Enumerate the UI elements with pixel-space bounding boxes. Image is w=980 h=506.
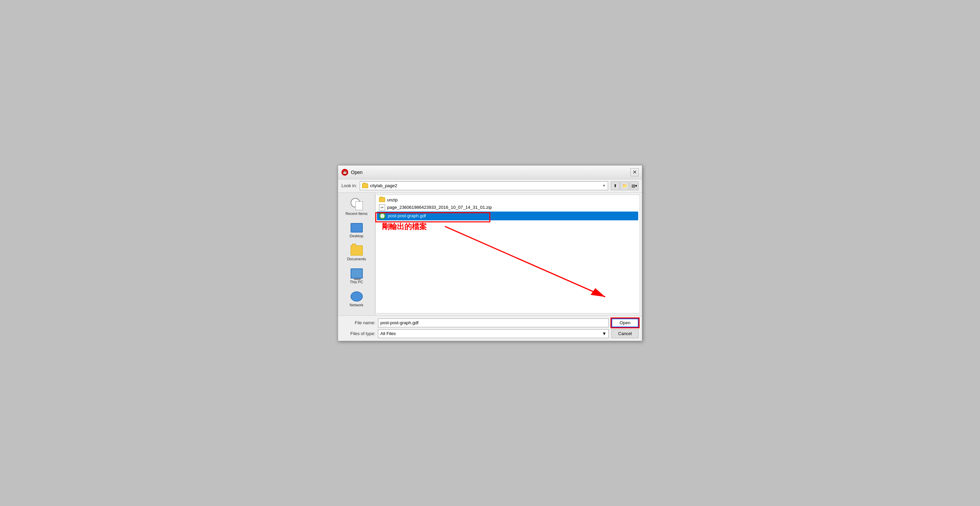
file-name-input[interactable]	[378, 318, 609, 327]
sidebar-item-recent[interactable]: Recent Items	[342, 196, 372, 218]
filename-gdf: post-post-graph.gdf	[388, 213, 426, 218]
dialog-title: Open	[351, 170, 363, 175]
look-in-value: citylab_page2	[370, 183, 601, 188]
dropdown-arrow-type-icon: ▼	[602, 331, 606, 336]
sidebar-item-desktop-label: Desktop	[350, 234, 363, 238]
sidebar-item-desktop[interactable]: Desktop	[342, 221, 372, 240]
java-icon: ☕	[342, 169, 348, 176]
sidebar-item-documents[interactable]: Documents	[342, 243, 372, 263]
filename-zip: page_236061986423933_2016_10_07_14_31_01…	[387, 205, 492, 210]
folder-icon	[362, 183, 368, 188]
open-dialog: ☕ Open ✕ Look in: citylab_page2 ▼ ⬆ 📁 ▤▾	[338, 165, 642, 341]
file-type-row: Files of type: All Files ▼ Cancel	[342, 329, 638, 338]
files-of-type-select[interactable]: All Files ▼	[378, 329, 609, 338]
look-in-combo[interactable]: citylab_page2 ▼	[360, 181, 608, 190]
pc-icon	[351, 268, 363, 278]
list-item-gdf[interactable]: G post-post-graph.gdf	[377, 212, 638, 220]
main-area: Recent Items Desktop Documents This PC N…	[338, 193, 642, 315]
bottom-area: File name: Open Files of type: All Files…	[338, 315, 642, 341]
files-of-type-label: Files of type:	[342, 331, 375, 336]
sidebar-item-network[interactable]: Network	[342, 290, 372, 309]
sidebar-item-this-pc[interactable]: This PC	[342, 266, 372, 286]
look-in-label: Look in:	[342, 183, 357, 188]
up-folder-button[interactable]: ⬆	[611, 181, 620, 190]
files-of-type-value: All Files	[380, 331, 396, 336]
view-button[interactable]: ▤▾	[630, 181, 638, 190]
new-folder-button[interactable]: 📁	[620, 181, 629, 190]
list-item-zip[interactable]: page_236061986423933_2016_10_07_14_31_01…	[377, 204, 638, 212]
close-button[interactable]: ✕	[630, 168, 638, 176]
recent-items-icon	[351, 198, 363, 210]
title-bar: ☕ Open ✕	[338, 165, 642, 180]
gdf-icon: G	[379, 213, 386, 219]
network-icon	[351, 291, 363, 302]
documents-icon	[351, 245, 363, 256]
file-name-row: File name: Open	[342, 318, 638, 327]
open-button-wrapper: Open	[611, 318, 638, 327]
sidebar-item-recent-label: Recent Items	[345, 212, 368, 216]
filename-unzip: unzip	[387, 197, 398, 202]
file-name-label: File name:	[342, 320, 375, 325]
sidebar-item-pc-label: This PC	[350, 280, 363, 284]
list-item-unzip[interactable]: unzip	[377, 196, 638, 204]
folder-icon-unzip	[379, 197, 385, 202]
file-list: unzip page_236061986423933_2016_10_07_14…	[375, 195, 640, 313]
sidebar-item-documents-label: Documents	[347, 257, 366, 261]
desktop-icon	[351, 223, 363, 232]
dropdown-arrow-icon: ▼	[602, 184, 606, 188]
toolbar-row: Look in: citylab_page2 ▼ ⬆ 📁 ▤▾	[338, 180, 642, 193]
open-button[interactable]: Open	[611, 318, 638, 327]
cancel-button[interactable]: Cancel	[611, 329, 638, 338]
zip-icon	[379, 204, 385, 210]
sidebar-item-network-label: Network	[350, 303, 363, 307]
sidebar: Recent Items Desktop Documents This PC N…	[338, 193, 375, 315]
